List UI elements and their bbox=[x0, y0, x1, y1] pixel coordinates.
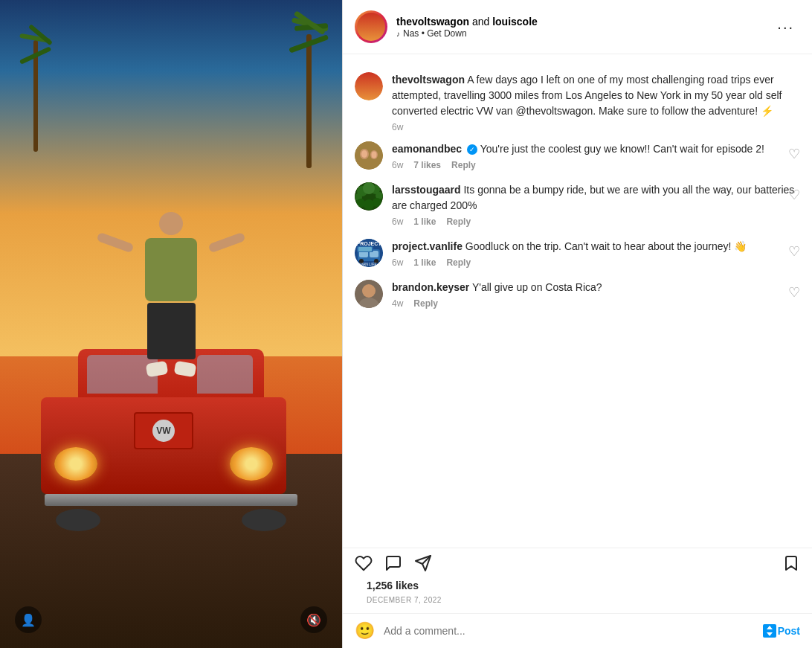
comment-body: Goodluck on the trip. Can't wait to hear… bbox=[465, 240, 747, 252]
brandonkeyser-avatar[interactable] bbox=[355, 280, 383, 308]
comment-username[interactable]: eamonandbec bbox=[392, 143, 462, 155]
comment-meta: 6w 1 like Reply bbox=[392, 257, 800, 268]
comment-username[interactable]: brandon.keyser bbox=[392, 281, 469, 293]
song-title: Nas • Get Down bbox=[403, 28, 467, 39]
person-figure bbox=[112, 212, 231, 376]
bookmark-button[interactable] bbox=[782, 554, 800, 577]
post-date: DECEMBER 7, 2022 bbox=[355, 594, 800, 610]
larsstougaard-avatar[interactable] bbox=[355, 182, 383, 211]
caption-meta: 6w bbox=[392, 122, 800, 132]
like-comment-button[interactable]: ♡ bbox=[788, 284, 800, 301]
add-comment-bar: 🙂 Post bbox=[343, 613, 812, 648]
svg-point-0 bbox=[355, 141, 383, 170]
comment-time: 6w bbox=[392, 160, 403, 170]
svg-point-25 bbox=[362, 284, 376, 298]
eamonandbec-avatar[interactable] bbox=[355, 141, 383, 170]
comment-item: PROJECT VAN LIFE project.vanlife Goodluc… bbox=[343, 233, 812, 274]
comment-username[interactable]: project.vanlife bbox=[392, 240, 463, 252]
caption-content: thevoltswagon A few days ago I left on o… bbox=[392, 72, 800, 132]
caption-username[interactable]: thevoltswagon bbox=[392, 74, 465, 86]
connector: and bbox=[469, 16, 492, 28]
caption-text-part2: . Make sure to follow the adventure! ⚡ bbox=[593, 105, 773, 117]
music-note-icon: ♪ bbox=[396, 30, 400, 38]
comment-text: larsstougaard Its gonna be a bumpy ride,… bbox=[392, 182, 800, 214]
user-avatar-icon[interactable]: 👤 bbox=[15, 606, 42, 633]
verified-badge: ✓ bbox=[467, 144, 477, 155]
comment-text: project.vanlife Goodluck on the trip. Ca… bbox=[392, 239, 800, 254]
caption-time: 6w bbox=[392, 122, 403, 132]
larsstougaard-avatar-img bbox=[355, 182, 383, 211]
mute-icon: 🔇 bbox=[306, 613, 321, 627]
emoji-button[interactable]: 🙂 bbox=[355, 621, 375, 641]
comment-time: 4w bbox=[392, 298, 403, 309]
comment-likes: 7 likes bbox=[413, 160, 441, 170]
share-button[interactable] bbox=[414, 554, 432, 577]
svg-rect-21 bbox=[358, 247, 372, 251]
comment-time: 6w bbox=[392, 257, 403, 268]
comment-likes: 1 like bbox=[413, 216, 436, 227]
like-button[interactable] bbox=[355, 554, 373, 577]
svg-point-13 bbox=[364, 199, 374, 210]
comment-item: eamonandbec ✓ You're just the coolest gu… bbox=[343, 135, 812, 176]
header-song: ♪ Nas • Get Down bbox=[396, 28, 771, 39]
post-detail-panel: thevoltswagon and louiscole ♪ Nas • Get … bbox=[342, 0, 812, 648]
header-info: thevoltswagon and louiscole ♪ Nas • Get … bbox=[396, 15, 771, 39]
comment-body: You're just the coolest guy we know!! Ca… bbox=[480, 143, 764, 155]
comment-meta: 6w 7 likes Reply bbox=[392, 160, 800, 170]
like-comment-button[interactable]: ♡ bbox=[788, 243, 800, 260]
comment-likes: 1 like bbox=[413, 257, 436, 268]
comment-time: 6w bbox=[392, 216, 403, 227]
comment-item: brandon.keyser Y'all give up on Costa Ri… bbox=[343, 274, 812, 315]
reply-button[interactable]: Reply bbox=[451, 160, 476, 170]
brandonkeyser-avatar-img bbox=[355, 280, 383, 308]
like-comment-button[interactable]: ♡ bbox=[788, 146, 800, 162]
header-usernames: thevoltswagon and louiscole bbox=[396, 15, 771, 28]
comment-content: eamonandbec ✓ You're just the coolest gu… bbox=[392, 141, 800, 170]
reply-button[interactable]: Reply bbox=[446, 216, 471, 227]
likes-count: 1,256 likes bbox=[355, 577, 800, 594]
comment-input[interactable] bbox=[384, 625, 754, 637]
post-up-arrow bbox=[763, 624, 776, 638]
projectvanlife-avatar[interactable]: PROJECT VAN LIFE bbox=[355, 239, 383, 267]
comment-content: project.vanlife Goodluck on the trip. Ca… bbox=[392, 239, 800, 268]
username1[interactable]: thevoltswagon bbox=[396, 16, 469, 28]
comment-text: brandon.keyser Y'all give up on Costa Ri… bbox=[392, 280, 800, 295]
post-image-panel: VW 👤 🔇 bbox=[0, 0, 342, 648]
reply-button[interactable]: Reply bbox=[413, 298, 438, 309]
palm-tree-right bbox=[287, 19, 332, 168]
thevoltswagon-avatar bbox=[355, 72, 383, 100]
comment-button[interactable] bbox=[384, 554, 402, 577]
user-icon: 👤 bbox=[21, 613, 36, 627]
like-comment-button[interactable]: ♡ bbox=[788, 187, 800, 203]
eamonandbec-avatar-img bbox=[355, 141, 383, 170]
mute-button[interactable]: 🔇 bbox=[300, 606, 327, 633]
more-options-button[interactable]: ··· bbox=[771, 16, 800, 39]
svg-text:PROJECT: PROJECT bbox=[356, 241, 381, 246]
comment-meta: 4w Reply bbox=[392, 298, 800, 309]
comment-body: Y'all give up on Costa Rica? bbox=[472, 281, 602, 293]
post-header: thevoltswagon and louiscole ♪ Nas • Get … bbox=[343, 0, 812, 54]
avatar-image bbox=[357, 13, 385, 41]
caption-mention[interactable]: @thevoltswagon bbox=[516, 105, 593, 117]
comment-text: eamonandbec ✓ You're just the coolest gu… bbox=[392, 141, 800, 157]
palm-tree-left bbox=[17, 33, 54, 152]
comment-username[interactable]: larsstougaard bbox=[392, 184, 461, 196]
post-comment-button[interactable]: Post bbox=[778, 625, 800, 637]
action-icons bbox=[355, 554, 800, 577]
projectvanlife-avatar-img: PROJECT VAN LIFE bbox=[355, 239, 383, 267]
header-avatar[interactable] bbox=[355, 10, 387, 43]
action-bar: 1,256 likes DECEMBER 7, 2022 bbox=[343, 548, 812, 613]
post-caption: thevoltswagon A few days ago I left on o… bbox=[343, 66, 812, 135]
comments-area: thevoltswagon A few days ago I left on o… bbox=[343, 54, 812, 548]
username2[interactable]: louiscole bbox=[492, 16, 538, 28]
svg-point-11 bbox=[356, 199, 365, 208]
comment-content: brandon.keyser Y'all give up on Costa Ri… bbox=[392, 280, 800, 309]
svg-point-4 bbox=[372, 152, 377, 158]
svg-point-3 bbox=[361, 150, 367, 158]
caption-avatar[interactable] bbox=[355, 72, 383, 100]
left-panel-controls: 👤 🔇 bbox=[0, 606, 342, 633]
van-image: VW bbox=[41, 349, 301, 531]
svg-point-8 bbox=[363, 182, 375, 194]
svg-text:VAN LIFE: VAN LIFE bbox=[361, 262, 378, 266]
reply-button[interactable]: Reply bbox=[446, 257, 471, 268]
